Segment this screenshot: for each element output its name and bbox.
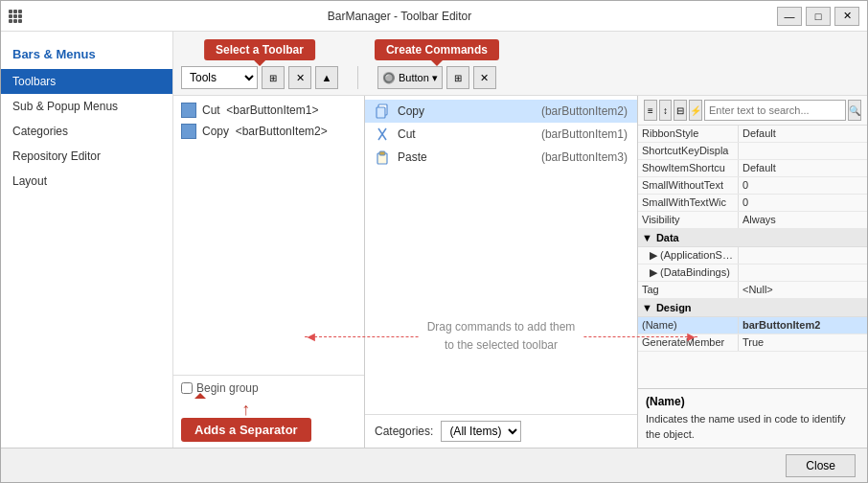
prop-value[interactable]: barButtonItem2 — [739, 317, 867, 334]
section-title: Data — [656, 232, 679, 243]
prop-value[interactable]: Default — [739, 126, 867, 142]
toolbar-select[interactable]: Tools Format Edit — [181, 66, 258, 89]
drag-arrow-left: ◄ — [305, 329, 318, 344]
maximize-button[interactable]: □ — [806, 7, 831, 26]
sort-alpha-icon: ↕ — [663, 105, 668, 116]
prop-value[interactable] — [739, 247, 867, 264]
content-area: Select a Toolbar Tools Format Edit ⊞ ✕ ▲ — [173, 32, 867, 448]
add-toolbar-button[interactable]: ⊞ — [262, 66, 285, 89]
bottom-bar: Close — [1, 448, 867, 482]
prop-row-name: (Name) barButtonItem2 — [638, 317, 867, 334]
svg-rect-5 — [379, 151, 385, 155]
prop-section-design[interactable]: ▼ Design — [638, 299, 867, 317]
prop-value[interactable] — [739, 264, 867, 281]
prop-key: ShortcutKeyDispla — [638, 143, 739, 159]
prop-key: Visibility — [638, 212, 739, 228]
item-icon — [181, 103, 196, 118]
command-id: (barButtonItem1) — [541, 127, 628, 141]
select-toolbar-badge: Select a Toolbar — [204, 39, 315, 60]
titlebar: BarManager - Toolbar Editor — □ ✕ — [1, 1, 867, 32]
drag-hint-line2: to the selected toolbar — [427, 336, 576, 355]
prop-value[interactable] — [739, 143, 867, 159]
command-name: Copy — [398, 104, 534, 118]
command-item[interactable]: Paste (barButtonItem3) — [365, 146, 637, 169]
section-collapse-icon: ▼ — [642, 232, 652, 243]
prop-row: ShortcutKeyDispla — [638, 143, 867, 160]
prop-value[interactable]: Always — [739, 212, 867, 228]
props-sort-category-button[interactable]: ≡ — [644, 100, 657, 121]
commands-footer: Categories: (All Items) Edit File — [365, 414, 637, 448]
command-id: (barButtonItem3) — [541, 150, 628, 164]
remove-command-button[interactable]: ✕ — [473, 66, 496, 89]
prop-row: ▶ (ApplicationSettin — [638, 247, 867, 264]
adds-separator-button[interactable]: Adds a Separator — [181, 418, 311, 442]
up-toolbar-button[interactable]: ▲ — [315, 66, 338, 89]
sidebar-item-sub-popup[interactable]: Sub & Popup Menus — [1, 94, 172, 119]
items-empty-area — [173, 240, 364, 376]
add-command-icon: ⊞ — [454, 73, 462, 83]
prop-row: SmallWithoutText 0 — [638, 177, 867, 195]
prop-value[interactable]: True — [739, 334, 867, 351]
props-description: (Name) Indicates the name used in code t… — [638, 388, 867, 448]
drag-hint-text: Drag commands to add them to the selecte… — [420, 318, 583, 355]
desc-text: Indicates the name used in code to ident… — [646, 412, 859, 442]
item-text: Copy <barButtonItem2> — [202, 125, 328, 138]
prop-key: SmallWithoutText — [638, 177, 739, 194]
add-command-button[interactable]: ⊞ — [446, 66, 469, 89]
commands-panel: Copy (barButtonItem2) Cut (barButtonItem… — [365, 96, 637, 448]
list-item[interactable]: Copy <barButtonItem2> — [173, 121, 364, 142]
cut-icon — [375, 126, 390, 142]
sidebar-item-toolbars[interactable]: Toolbars — [1, 69, 172, 94]
categories-select[interactable]: (All Items) Edit File — [441, 421, 521, 442]
props-search-button[interactable]: 🔍 — [848, 100, 861, 121]
button-label: Button — [399, 72, 429, 83]
sidebar-item-layout[interactable]: Layout — [1, 169, 172, 194]
prop-value[interactable]: 0 — [739, 195, 867, 211]
prop-row: Tag <Null> — [638, 282, 867, 299]
sidebar-item-repo-editor[interactable]: Repository Editor — [1, 144, 172, 169]
prop-value[interactable]: <Null> — [739, 282, 867, 298]
begin-group-checkbox-row: Begin group — [181, 381, 356, 395]
command-name: Paste — [398, 150, 534, 164]
props-pages-button[interactable]: ⊟ — [674, 100, 687, 121]
prop-row: RibbonStyle Default — [638, 126, 867, 143]
props-search-input[interactable] — [704, 100, 846, 121]
remove-toolbar-button[interactable]: ✕ — [288, 66, 311, 89]
toolbar-items-panel: Cut <barButtonItem1> Copy <barButtonItem… — [173, 96, 365, 448]
prop-row: SmallWithTextWic 0 — [638, 195, 867, 212]
toolbar-separator — [357, 66, 358, 89]
prop-row: ▶ (DataBindings) — [638, 264, 867, 282]
add-toolbar-icon: ⊞ — [269, 73, 277, 83]
remove-toolbar-icon: ✕ — [296, 72, 305, 84]
separator-badge-wrapper: ↑ Adds a Separator — [181, 401, 311, 442]
sidebar-item-categories[interactable]: Categories — [1, 119, 172, 144]
properties-toolbar: ≡ ↕ ⊟ ⚡ 🔍 — [638, 96, 867, 126]
close-button[interactable]: Close — [786, 454, 856, 477]
remove-command-icon: ✕ — [480, 72, 489, 84]
list-item[interactable]: Cut <barButtonItem1> — [173, 100, 364, 121]
props-events-button[interactable]: ⚡ — [689, 100, 702, 121]
prop-section-data[interactable]: ▼ Data — [638, 229, 867, 247]
prop-key: Tag — [638, 282, 739, 298]
pages-icon: ⊟ — [676, 105, 684, 116]
props-sort-alpha-button[interactable]: ↕ — [659, 100, 673, 121]
toolbar-items-list: Cut <barButtonItem1> Copy <barButtonItem… — [173, 96, 364, 240]
prop-value[interactable]: 0 — [739, 177, 867, 194]
sort-category-icon: ≡ — [648, 105, 653, 116]
command-item[interactable]: Cut (barButtonItem1) — [365, 123, 637, 146]
main-window: BarManager - Toolbar Editor — □ ✕ Bars &… — [0, 0, 868, 483]
prop-key: SmallWithTextWic — [638, 195, 739, 211]
section-title: Design — [656, 302, 692, 313]
window-controls: — □ ✕ — [777, 7, 859, 26]
properties-table: RibbonStyle Default ShortcutKeyDispla Sh… — [638, 126, 867, 388]
prop-value[interactable]: Default — [739, 160, 867, 176]
drag-hint-container: ◄ ► Drag commands to add them to the sel… — [420, 318, 583, 355]
toolbar-items-footer: Begin group ↑ Adds a Separator — [173, 375, 364, 448]
minimize-button[interactable]: — — [777, 7, 802, 26]
command-item[interactable]: Copy (barButtonItem2) — [365, 100, 637, 123]
window-close-button[interactable]: ✕ — [834, 7, 859, 26]
button-type-icon[interactable]: 🔘 Button ▾ — [377, 66, 443, 89]
command-id: (barButtonItem2) — [541, 104, 628, 118]
toolbar-strip: Select a Toolbar Tools Format Edit ⊞ ✕ ▲ — [173, 32, 867, 96]
begin-group-checkbox[interactable] — [181, 382, 193, 394]
